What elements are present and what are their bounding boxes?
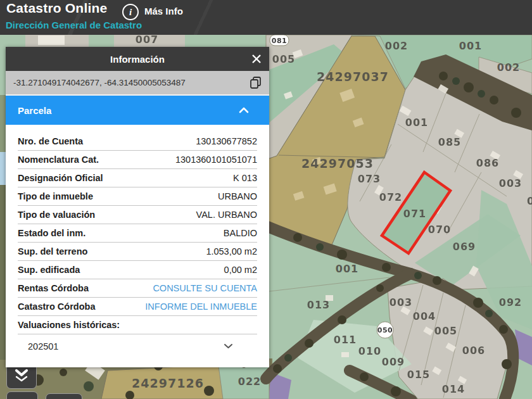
parcel-number-label: 085 xyxy=(438,136,461,148)
map-tool-button-partial[interactable] xyxy=(6,391,38,399)
parcel-number-label: 24297037 xyxy=(317,70,389,84)
parcel-detail-row: Tipo de inmuebleURBANO xyxy=(18,187,257,206)
parcel-number-label: 015 xyxy=(407,369,430,381)
row-value: URBANO xyxy=(218,191,257,201)
svg-text:050: 050 xyxy=(377,326,393,334)
double-chevron-down-icon xyxy=(13,368,30,383)
parcel-number-label: 002 xyxy=(497,61,520,73)
parcel-number-label: 003 xyxy=(499,177,522,189)
row-value: VAL. URBANO xyxy=(196,210,257,220)
parcel-number-label: 006 xyxy=(462,345,485,357)
parcel-number-label: 009 xyxy=(382,356,405,368)
panel-header: Información xyxy=(6,47,269,71)
row-value: BALDIO xyxy=(224,228,257,238)
panel-title: Información xyxy=(110,54,165,65)
info-icon[interactable]: i xyxy=(122,4,139,20)
row-label: Sup. edificada xyxy=(18,265,80,275)
map-roof xyxy=(38,35,65,45)
row-label: Designación Oficial xyxy=(18,173,103,183)
row-value-link[interactable]: INFORME DEL INMUEBLE xyxy=(145,301,257,312)
catastro-app: 0070050020010022429703700108508624297053… xyxy=(0,0,532,399)
copy-icon xyxy=(249,76,263,90)
row-label: Nomenclatura Cat. xyxy=(18,155,99,165)
parcel-detail-row: Rentas CórdobaCONSULTE SU CUENTA xyxy=(18,279,257,298)
historic-valuations-label: Valuaciones históricas: xyxy=(18,320,120,330)
parcel-number-label: 002 xyxy=(385,40,408,52)
parcel-number-label: 003 xyxy=(390,296,412,308)
chevron-up-icon xyxy=(239,107,249,113)
coordinates-text: -31.271049174042677, -64.31450005053487 xyxy=(13,78,186,87)
parcel-number-label: 007 xyxy=(136,34,158,46)
close-icon xyxy=(249,51,264,66)
parcel-number-label: 071 xyxy=(403,208,426,220)
parcel-number-label: 013 xyxy=(307,299,330,311)
parcel-details: Nro. de Cuenta130130677852Nomenclatura C… xyxy=(6,125,269,367)
parcel-detail-row: Tipo de valuaciónVAL. URBANO xyxy=(18,206,257,224)
row-value: 0,00 m2 xyxy=(224,265,257,275)
more-info-link[interactable]: Más Info xyxy=(144,6,183,16)
parcel-number-label: 011 xyxy=(334,334,357,346)
map-badge-050: 050 xyxy=(377,322,393,338)
historic-valuations-row: Valuaciones históricas: xyxy=(18,316,257,334)
row-label: Nro. de Cuenta xyxy=(18,136,83,146)
parcel-number-label: 092 xyxy=(499,296,522,308)
parcel-number-label: 24297053 xyxy=(301,156,374,170)
row-value: 130130677852 xyxy=(196,136,257,146)
row-label: Rentas Córdoba xyxy=(18,283,89,293)
row-value-link[interactable]: CONSULTE SU CUENTA xyxy=(153,283,257,293)
info-panel: Información -31.271049174042677, -64.314… xyxy=(6,47,269,367)
parcela-accordion-header[interactable]: Parcela xyxy=(6,94,269,125)
parcel-detail-row: Sup. edificada0,00 m2 xyxy=(18,261,257,279)
svg-text:081: 081 xyxy=(272,37,287,45)
parcel-number-label: 001 xyxy=(336,263,358,275)
parcel-number-label: 069 xyxy=(453,241,476,253)
chevron-down-icon xyxy=(224,343,233,349)
parcel-number-label: 073 xyxy=(358,173,381,185)
close-button[interactable] xyxy=(249,51,264,66)
row-label: Tipo de inmueble xyxy=(18,191,93,201)
parcel-number-label: 004 xyxy=(413,310,436,322)
row-label: Sup. del terreno xyxy=(18,246,87,256)
parcel-number-label: 005 xyxy=(272,53,295,65)
parcel-detail-row: Catastro CórdobaINFORME DEL INMUEBLE xyxy=(18,298,257,316)
row-label: Estado del inm. xyxy=(18,228,86,238)
map-sliver-trees xyxy=(0,185,6,360)
map-sliver xyxy=(0,95,6,152)
coordinates-bar: -31.271049174042677, -64.31450005053487 xyxy=(6,71,269,94)
map-tool-button-partial[interactable] xyxy=(46,393,82,399)
parcel-number-label: 070 xyxy=(428,224,451,236)
historic-year-select[interactable]: 202501 xyxy=(18,334,257,358)
parcel-number-label: 010 xyxy=(358,345,381,357)
row-label: Catastro Córdoba xyxy=(18,301,95,312)
historic-year-value: 202501 xyxy=(28,341,58,352)
row-value: K 013 xyxy=(233,173,257,183)
parcel-detail-row: Sup. del terreno1.053,00 m2 xyxy=(18,243,257,261)
parcel-number-label: 086 xyxy=(476,157,499,169)
parcel-number-label: 014 xyxy=(442,383,465,395)
parcel-number-label: 005 xyxy=(434,325,457,337)
map-badge-081: 081 xyxy=(270,35,289,46)
row-value: 1301360101051071 xyxy=(175,155,257,165)
row-value: 1.053,00 m2 xyxy=(206,246,257,256)
parcela-accordion-title: Parcela xyxy=(18,105,51,116)
parcel-detail-row: Estado del inm.BALDIO xyxy=(18,224,257,243)
parcel-number-label: 0 xyxy=(527,195,532,207)
app-subtitle: Dirección General de Catastro xyxy=(6,20,142,30)
row-label: Tipo de valuación xyxy=(18,210,95,220)
parcel-detail-row: Nomenclatura Cat.1301360101051071 xyxy=(18,151,257,169)
parcel-number-label: 001 xyxy=(405,117,428,129)
parcel-detail-row: Nro. de Cuenta130130677852 xyxy=(18,132,257,151)
app-header: Catastro Online i Más Info Dirección Gen… xyxy=(0,0,532,35)
app-title: Catastro Online xyxy=(6,1,107,16)
parcel-number-label: 072 xyxy=(379,191,402,203)
parcel-number-label: 022 xyxy=(238,376,261,388)
parcel-number-label: 001 xyxy=(459,40,482,52)
copy-coordinates-button[interactable] xyxy=(249,76,263,90)
parcel-number-label: 24297126 xyxy=(132,376,204,390)
map-sliver-water xyxy=(0,152,6,185)
parcel-detail-row: Designación OficialK 013 xyxy=(18,169,257,187)
